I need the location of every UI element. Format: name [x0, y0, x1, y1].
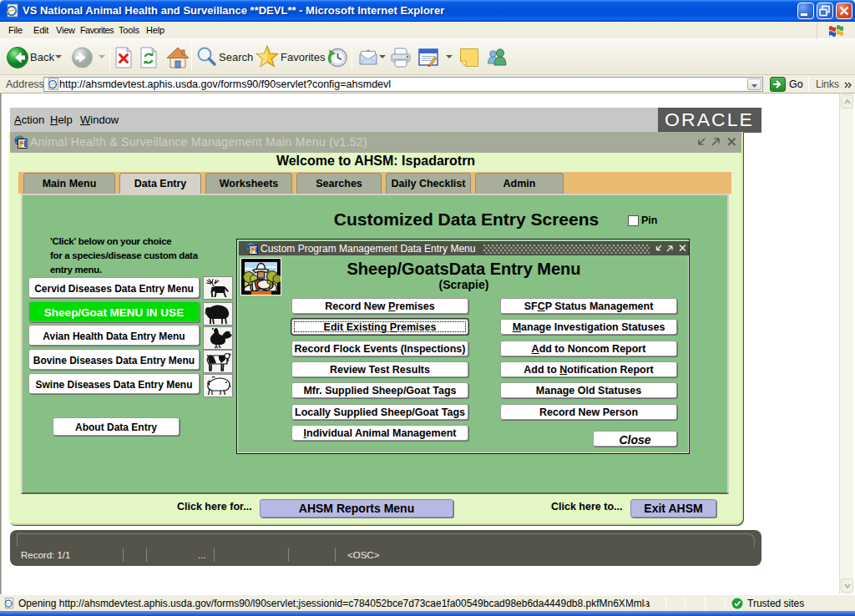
svg-text:ORACLE: ORACLE [665, 109, 754, 130]
